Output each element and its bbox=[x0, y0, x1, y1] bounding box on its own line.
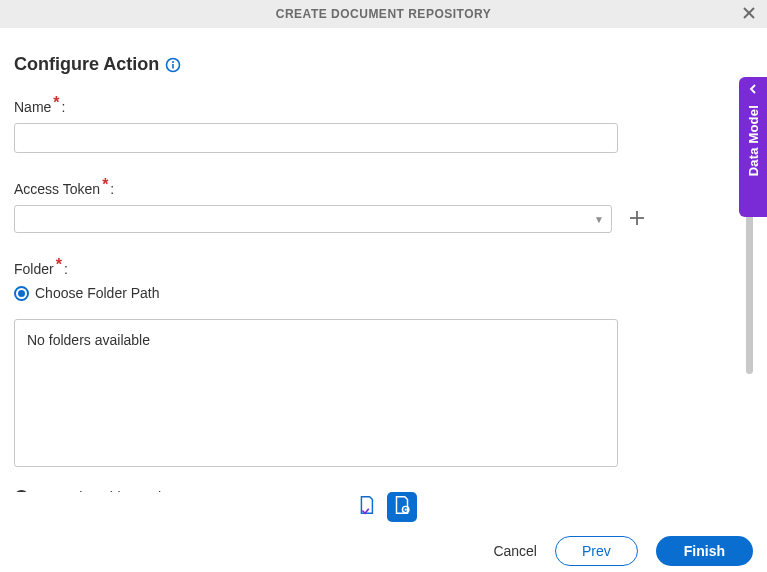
chevron-left-icon bbox=[749, 83, 757, 97]
access-token-label: Access Token *: bbox=[14, 181, 753, 197]
section-header: Configure Action bbox=[14, 54, 753, 75]
radio-choose-folder-path[interactable]: Choose Folder Path bbox=[14, 285, 753, 301]
required-asterisk: * bbox=[102, 179, 108, 191]
cancel-button[interactable]: Cancel bbox=[493, 543, 537, 559]
name-label: Name *: bbox=[14, 99, 753, 115]
form-tool-button[interactable] bbox=[351, 492, 381, 522]
close-icon bbox=[742, 4, 756, 25]
access-token-row: ▼ bbox=[14, 205, 753, 233]
icon-bar bbox=[14, 492, 753, 522]
field-access-token: Access Token *: ▼ bbox=[14, 181, 753, 233]
folder-label: Folder*: bbox=[14, 261, 753, 277]
required-asterisk: * bbox=[56, 259, 62, 271]
svg-point-3 bbox=[172, 61, 174, 63]
svg-point-8 bbox=[404, 508, 406, 510]
folder-empty-message: No folders available bbox=[27, 332, 150, 348]
titlebar-title: CREATE DOCUMENT REPOSITORY bbox=[276, 7, 491, 21]
field-name: Name *: bbox=[14, 99, 753, 153]
form-gear-icon bbox=[391, 494, 413, 520]
access-token-select-wrap[interactable]: ▼ bbox=[14, 205, 612, 233]
radio-label-choose: Choose Folder Path bbox=[35, 285, 160, 301]
button-row: Cancel Prev Finish bbox=[14, 536, 753, 566]
info-icon[interactable] bbox=[165, 57, 181, 73]
radio-input-choose[interactable] bbox=[14, 286, 29, 301]
field-folder: Folder*: Choose Folder Path No folders a… bbox=[14, 261, 753, 492]
bottom-area: Cancel Prev Finish bbox=[0, 492, 767, 572]
form-check-icon bbox=[355, 494, 377, 520]
finish-button[interactable]: Finish bbox=[656, 536, 753, 566]
svg-rect-4 bbox=[173, 64, 175, 69]
access-token-select[interactable] bbox=[14, 205, 612, 233]
data-model-tab[interactable]: Data Model bbox=[739, 77, 767, 217]
name-input[interactable] bbox=[14, 123, 618, 153]
close-button[interactable] bbox=[739, 4, 759, 24]
required-asterisk: * bbox=[53, 97, 59, 109]
plus-icon bbox=[629, 208, 645, 231]
data-model-label: Data Model bbox=[746, 105, 761, 176]
add-access-token-button[interactable] bbox=[626, 208, 648, 230]
folder-list-box[interactable]: No folders available bbox=[14, 319, 618, 467]
settings-tool-button[interactable] bbox=[387, 492, 417, 522]
content-area: Configure Action Name *: Access Token *:… bbox=[0, 28, 767, 492]
section-heading: Configure Action bbox=[14, 54, 159, 75]
titlebar: CREATE DOCUMENT REPOSITORY bbox=[0, 0, 767, 28]
prev-button[interactable]: Prev bbox=[555, 536, 638, 566]
